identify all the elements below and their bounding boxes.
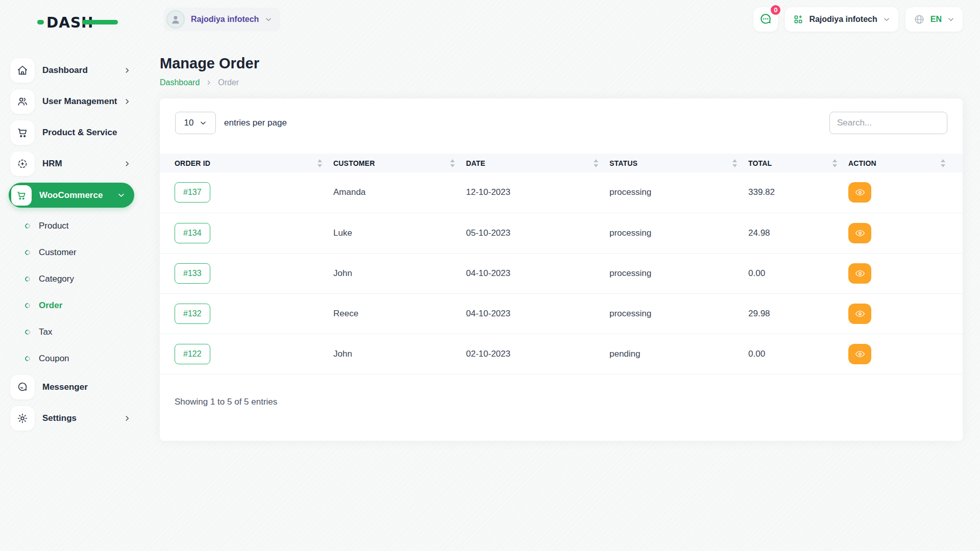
view-order-button[interactable] <box>848 182 871 203</box>
order-id-badge[interactable]: #134 <box>175 223 210 243</box>
chevron-down-icon <box>265 16 272 23</box>
entries-per-page-value: 10 <box>184 118 194 128</box>
search-input[interactable] <box>829 112 947 134</box>
sidebar-subitem-product[interactable]: Product <box>10 213 144 239</box>
view-order-button[interactable] <box>848 304 871 324</box>
order-id-badge[interactable]: #132 <box>175 304 210 324</box>
chevron-right-icon <box>124 67 131 74</box>
woocommerce-submenu: Product Customer Category Order Tax <box>10 213 144 372</box>
sidebar-subitem-customer[interactable]: Customer <box>10 239 144 266</box>
total-cell: 0.00 <box>748 334 848 374</box>
sidebar-item-label: Product & Service <box>42 128 117 138</box>
bullet-icon <box>24 249 31 256</box>
table-row: #134 Luke 05-10-2023 processing 24.98 <box>160 213 963 253</box>
main-content: Rajodiya infotech 0 Rajodiya infotech <box>144 0 980 441</box>
breadcrumb: Dashboard Order <box>160 78 963 87</box>
table-controls: 10 entries per page <box>160 98 963 134</box>
page-title: Manage Order <box>160 55 963 72</box>
dash-logo[interactable]: DASH <box>37 12 144 32</box>
customer-cell: Reece <box>333 293 466 334</box>
bullet-icon <box>24 276 31 283</box>
sidebar-item-user-management[interactable]: User Management <box>10 89 144 114</box>
sidebar-item-product-service[interactable]: Product & Service <box>10 120 144 145</box>
entries-per-page-label: entries per page <box>224 118 287 128</box>
sidebar-subitem-category[interactable]: Category <box>10 266 144 292</box>
customer-cell: John <box>333 253 466 293</box>
sort-icon <box>594 159 598 167</box>
messages-button[interactable]: 0 <box>753 7 778 32</box>
sidebar-item-woocommerce[interactable]: WooCommerce <box>9 183 134 208</box>
sidebar-item-hrm[interactable]: HRM <box>10 152 144 176</box>
users-icon <box>10 89 35 114</box>
orders-card: 10 entries per page ORDER ID <box>160 98 963 441</box>
column-header-status[interactable]: STATUS <box>609 154 748 172</box>
sort-icon <box>450 159 455 167</box>
order-id-badge[interactable]: #137 <box>175 182 210 203</box>
column-header-action[interactable]: ACTION <box>848 154 963 172</box>
table-row: #122 John 02-10-2023 pending 0.00 <box>160 334 963 374</box>
sort-icon <box>732 159 737 167</box>
entries-per-page-select[interactable]: 10 <box>175 112 216 134</box>
sidebar-subitem-label: Category <box>39 274 74 284</box>
status-cell: processing <box>609 293 748 334</box>
sidebar-item-label: Dashboard <box>42 65 88 76</box>
workspace-selector[interactable]: Rajodiya infotech <box>164 8 280 31</box>
table-row: #137 Amanda 12-10-2023 processing 339.82 <box>160 172 963 213</box>
view-order-button[interactable] <box>848 344 871 364</box>
view-order-button[interactable] <box>848 263 871 284</box>
bullet-icon <box>24 222 31 230</box>
language-selector[interactable]: EN <box>905 7 963 32</box>
bullet-icon <box>24 329 31 336</box>
column-header-order-id[interactable]: ORDER ID <box>160 154 333 172</box>
sidebar-subitem-label: Customer <box>39 247 77 258</box>
table-header-row: ORDER ID CUSTOMER DATE STATUS <box>160 154 963 172</box>
workspace-grid-icon <box>793 14 803 24</box>
sidebar-item-label: WooCommerce <box>39 190 103 201</box>
bullet-icon <box>24 302 31 309</box>
eye-icon <box>855 228 865 238</box>
sidebar-item-label: User Management <box>42 96 117 107</box>
language-label: EN <box>930 15 942 24</box>
column-header-customer[interactable]: CUSTOMER <box>333 154 466 172</box>
sidebar-item-messenger[interactable]: Messenger <box>10 375 144 399</box>
breadcrumb-dashboard-link[interactable]: Dashboard <box>160 78 200 87</box>
sidebar-subitem-tax[interactable]: Tax <box>10 319 144 345</box>
eye-icon <box>855 268 865 279</box>
company-selector[interactable]: Rajodiya infotech <box>785 7 898 32</box>
company-label: Rajodiya infotech <box>809 15 877 24</box>
total-cell: 24.98 <box>748 213 848 253</box>
gear-icon <box>10 406 35 431</box>
date-cell: 02-10-2023 <box>466 334 609 374</box>
chat-bubble-icon <box>759 13 772 26</box>
order-id-badge[interactable]: #122 <box>175 344 210 364</box>
sidebar-subitem-coupon[interactable]: Coupon <box>10 345 144 372</box>
avatar <box>166 10 185 29</box>
sidebar-subitem-label: Tax <box>39 327 52 337</box>
order-id-badge[interactable]: #133 <box>175 263 210 284</box>
workspace-label: Rajodiya infotech <box>191 15 259 24</box>
sidebar-nav: Dashboard User Management Product & Se <box>10 58 144 431</box>
column-header-total[interactable]: TOTAL <box>748 154 848 172</box>
view-order-button[interactable] <box>848 223 871 243</box>
chevron-right-icon <box>206 80 212 86</box>
breadcrumb-current: Order <box>218 78 239 87</box>
sidebar-item-label: Messenger <box>42 382 88 392</box>
home-icon <box>10 58 35 83</box>
column-header-date[interactable]: DATE <box>466 154 609 172</box>
sidebar-item-settings[interactable]: Settings <box>10 406 144 431</box>
customer-cell: Luke <box>333 213 466 253</box>
chevron-down-icon <box>117 191 125 199</box>
topbar-actions: 0 Rajodiya infotech EN <box>753 7 963 32</box>
sort-icon <box>832 159 837 167</box>
status-cell: processing <box>609 213 748 253</box>
total-cell: 339.82 <box>748 172 848 213</box>
sidebar-item-dashboard[interactable]: Dashboard <box>10 58 144 83</box>
status-cell: processing <box>609 172 748 213</box>
sidebar: DASH Dashboard User Management <box>0 0 144 441</box>
chevron-right-icon <box>124 98 131 105</box>
date-cell: 04-10-2023 <box>466 293 609 334</box>
orders-table: ORDER ID CUSTOMER DATE STATUS <box>160 154 963 374</box>
sidebar-subitem-order[interactable]: Order <box>10 292 144 319</box>
chevron-down-icon <box>883 16 890 23</box>
chevron-right-icon <box>124 415 131 422</box>
